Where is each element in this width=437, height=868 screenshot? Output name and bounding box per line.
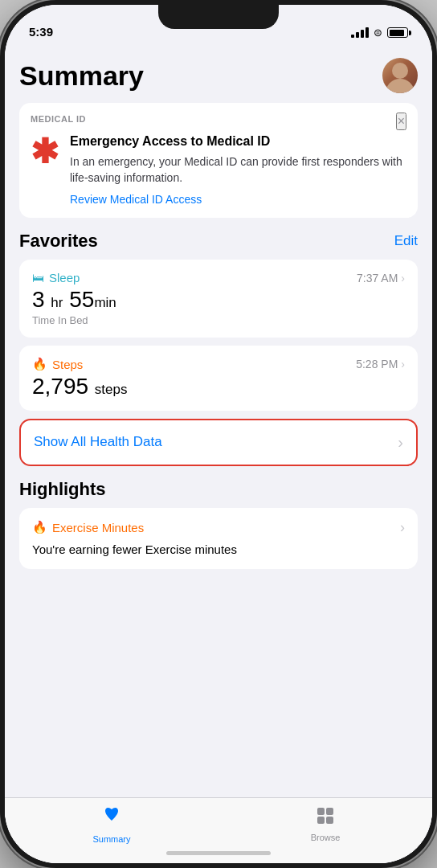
sleep-card[interactable]: 🛏 Sleep 7:37 AM › 3 hr 55min Time In Bed <box>19 260 418 338</box>
svg-rect-2 <box>317 808 325 815</box>
browse-tab-label: Browse <box>311 833 341 842</box>
phone-screen: 5:39 ⊜ Summa <box>5 5 432 863</box>
show-all-chevron-icon: › <box>398 433 403 452</box>
signal-icon <box>351 27 369 38</box>
highlights-item-top: 🔥 Exercise Minutes › <box>32 519 405 536</box>
sleep-icon: 🛏 <box>32 271 44 285</box>
tab-summary[interactable]: Summary <box>5 806 218 844</box>
exercise-icon: 🔥 <box>32 520 47 534</box>
show-all-health-data-button[interactable]: Show All Health Data › <box>19 419 418 466</box>
wifi-icon: ⊜ <box>374 27 382 39</box>
avatar-image[interactable] <box>382 58 418 93</box>
show-all-label: Show All Health Data <box>34 434 162 450</box>
card-description: In an emergency, your Medical ID can pro… <box>70 154 406 186</box>
status-icons: ⊜ <box>351 27 408 39</box>
svg-point-0 <box>386 79 415 93</box>
sleep-value: 3 hr 55min <box>32 288 405 313</box>
favorites-header: Favorites Edit <box>19 231 418 252</box>
card-body: ✱ Emergency Access to Medical ID In an e… <box>31 133 406 207</box>
card-text: Emergency Access to Medical ID In an eme… <box>70 133 406 207</box>
avatar-svg <box>382 58 418 93</box>
svg-point-1 <box>392 63 408 79</box>
highlights-card[interactable]: 🔥 Exercise Minutes › You're earning fewe… <box>19 508 418 569</box>
exercise-minutes-name: 🔥 Exercise Minutes <box>32 520 144 534</box>
sleep-name: 🛏 Sleep <box>32 271 80 285</box>
status-time: 5:39 <box>29 25 53 39</box>
tab-bar: Summary Browse <box>5 797 432 863</box>
browse-tab-icon <box>316 806 335 830</box>
steps-name: 🔥 Steps <box>32 357 83 371</box>
highlights-description: You're earning fewer Exercise minutes <box>32 541 405 558</box>
summary-tab-label: Summary <box>92 834 130 844</box>
svg-rect-3 <box>326 808 333 815</box>
battery-icon <box>387 27 408 38</box>
steps-time: 5:28 PM › <box>356 358 405 371</box>
page-title: Summary <box>19 60 144 92</box>
steps-chevron-icon: › <box>401 358 405 371</box>
steps-value: 2,795 steps <box>32 375 405 399</box>
steps-item-top: 🔥 Steps 5:28 PM › <box>32 357 405 371</box>
close-button[interactable]: × <box>396 113 406 130</box>
steps-card[interactable]: 🔥 Steps 5:28 PM › 2,795 steps <box>19 346 418 411</box>
phone-frame: 5:39 ⊜ Summa <box>0 0 437 868</box>
sleep-subtitle: Time In Bed <box>32 314 405 326</box>
sleep-item-top: 🛏 Sleep 7:37 AM › <box>32 271 405 285</box>
sleep-chevron-icon: › <box>401 272 405 285</box>
summary-tab-icon <box>101 806 122 832</box>
highlights-title: Highlights <box>19 479 106 500</box>
avatar[interactable] <box>382 58 418 93</box>
steps-item[interactable]: 🔥 Steps 5:28 PM › 2,795 steps <box>19 346 418 411</box>
card-title: Emergency Access to Medical ID <box>70 133 406 150</box>
home-indicator <box>166 851 271 855</box>
favorites-title: Favorites <box>19 231 98 252</box>
edit-button[interactable]: Edit <box>394 233 418 249</box>
svg-rect-4 <box>317 817 325 824</box>
main-content: Summary MEDICAL ID × <box>5 45 432 863</box>
sleep-item[interactable]: 🛏 Sleep 7:37 AM › 3 hr 55min Time In Bed <box>19 260 418 338</box>
medical-id-label: MEDICAL ID <box>31 114 406 124</box>
highlights-header: Highlights <box>19 479 418 500</box>
notch <box>158 5 279 29</box>
tab-browse[interactable]: Browse <box>218 806 432 842</box>
svg-rect-5 <box>326 817 333 824</box>
steps-icon: 🔥 <box>32 357 47 371</box>
sleep-time: 7:37 AM › <box>357 272 405 285</box>
medical-asterisk-icon: ✱ <box>31 135 59 169</box>
medical-id-card: MEDICAL ID × ✱ Emergency Access to Medic… <box>19 103 418 218</box>
review-medical-id-link[interactable]: Review Medical ID Access <box>70 193 202 206</box>
highlights-chevron-icon: › <box>400 519 405 536</box>
highlights-item[interactable]: 🔥 Exercise Minutes › You're earning fewe… <box>19 508 418 569</box>
page-header: Summary <box>5 45 432 103</box>
